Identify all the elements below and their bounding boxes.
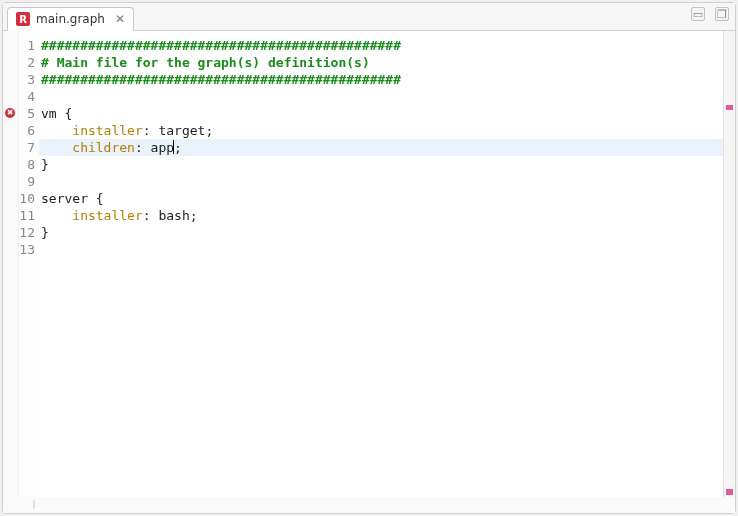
code-line[interactable]: vm {: [39, 105, 723, 122]
line-number: 11: [19, 207, 35, 224]
code-line[interactable]: }: [39, 156, 723, 173]
line-number: 10: [19, 190, 35, 207]
annotation-ruler[interactable]: ✖: [3, 31, 19, 497]
code-line[interactable]: children: app;: [39, 139, 723, 156]
line-number: 5: [19, 105, 35, 122]
line-number: 6: [19, 122, 35, 139]
token: installer: [72, 208, 142, 223]
line-number: 4: [19, 88, 35, 105]
token: ########################################…: [41, 38, 401, 53]
editor-window: R main.graph ✕ ▭ ❐ ✖ 12345678910111213 #…: [2, 2, 736, 514]
token: [41, 208, 72, 223]
editor-area: ✖ 12345678910111213 ####################…: [3, 31, 735, 497]
line-number: 1: [19, 37, 35, 54]
editor-footer: [3, 497, 735, 513]
token: }: [41, 157, 49, 172]
line-number-gutter[interactable]: 12345678910111213: [19, 31, 39, 497]
code-line[interactable]: ########################################…: [39, 71, 723, 88]
overview-end-marker: [726, 489, 733, 495]
error-icon[interactable]: ✖: [5, 108, 15, 118]
token: : app: [135, 140, 174, 155]
restore-button[interactable]: ❐: [715, 7, 729, 21]
token: : target;: [143, 123, 213, 138]
overview-ruler[interactable]: [723, 31, 735, 497]
line-number: 13: [19, 241, 35, 258]
tab-title: main.graph: [36, 12, 105, 26]
token: vm {: [41, 106, 72, 121]
code-line[interactable]: installer: bash;: [39, 207, 723, 224]
code-line[interactable]: [39, 88, 723, 105]
token: # Main file for the graph(s) definition(…: [41, 55, 370, 70]
token: children: [72, 140, 135, 155]
code-line[interactable]: }: [39, 224, 723, 241]
line-number: 9: [19, 173, 35, 190]
line-number: 12: [19, 224, 35, 241]
token: ;: [174, 140, 182, 155]
line-number: 7: [19, 139, 35, 156]
code-line[interactable]: [39, 241, 723, 258]
token: [41, 140, 72, 155]
code-line[interactable]: server {: [39, 190, 723, 207]
code-line[interactable]: ########################################…: [39, 37, 723, 54]
r-file-icon: R: [16, 12, 30, 26]
token: : bash;: [143, 208, 198, 223]
code-area[interactable]: ########################################…: [39, 31, 723, 497]
tab-bar: R main.graph ✕ ▭ ❐: [3, 3, 735, 31]
code-line[interactable]: # Main file for the graph(s) definition(…: [39, 54, 723, 71]
code-line[interactable]: [39, 173, 723, 190]
token: ########################################…: [41, 72, 401, 87]
line-number: 8: [19, 156, 35, 173]
close-tab-icon[interactable]: ✕: [115, 12, 125, 26]
token: }: [41, 225, 49, 240]
minimize-button[interactable]: ▭: [691, 7, 705, 21]
token: [41, 123, 72, 138]
code-line[interactable]: installer: target;: [39, 122, 723, 139]
line-number: 3: [19, 71, 35, 88]
token: server {: [41, 191, 104, 206]
tab-main-graph[interactable]: R main.graph ✕: [7, 7, 134, 31]
overview-error-marker[interactable]: [726, 105, 733, 110]
window-controls: ▭ ❐: [691, 7, 729, 21]
line-number: 2: [19, 54, 35, 71]
scrollbar-thumb[interactable]: [33, 500, 35, 509]
token: installer: [72, 123, 142, 138]
